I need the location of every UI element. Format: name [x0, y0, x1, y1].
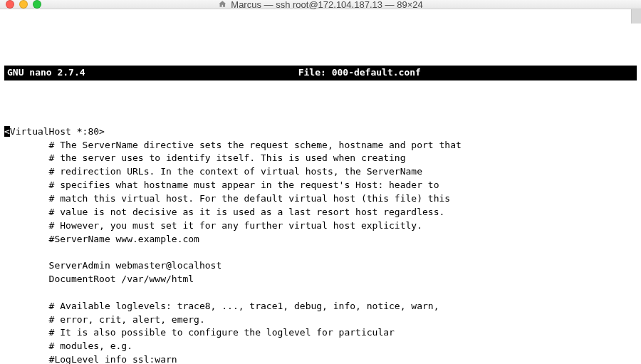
file-line: # match this virtual host. For the defau…: [4, 193, 450, 204]
file-line: # redirection URLs. In the context of vi…: [4, 166, 422, 177]
terminal-window: Marcus — ssh root@172.104.187.13 — 89×24…: [0, 0, 641, 364]
file-line: ServerAdmin webmaster@localhost: [4, 260, 222, 271]
file-line: # It is also possible to configure the l…: [4, 327, 395, 338]
maximize-button[interactable]: [33, 0, 41, 9]
titlebar: Marcus — ssh root@172.104.187.13 — 89×24: [0, 0, 641, 9]
file-line: # error, crit, alert, emerg.: [4, 314, 205, 325]
file-content: <VirtualHost *:80> # The ServerName dire…: [4, 125, 637, 364]
file-line: # value is not decisive as it is used as…: [4, 207, 444, 217]
traffic-lights: [6, 0, 41, 9]
file-line: # specifies what hostname must appear in…: [4, 180, 439, 190]
cursor: <: [4, 126, 10, 137]
file-line: # The ServerName directive sets the requ…: [4, 140, 462, 150]
file-line: # Available loglevels: trace8, ..., trac…: [4, 301, 439, 311]
window-title-text: Marcus — ssh root@172.104.187.13 — 89×24: [231, 0, 422, 10]
minimize-button[interactable]: [19, 0, 28, 9]
file-line: #ServerName www.example.com: [4, 234, 199, 244]
nano-headerbar: GNU nano 2.7.4 File: 000-default.conf: [4, 66, 637, 80]
home-icon: [218, 0, 226, 9]
file-line: # modules, e.g.: [4, 340, 132, 351]
close-button[interactable]: [6, 0, 14, 9]
file-line: VirtualHost *:80>: [10, 126, 105, 137]
scrollbar[interactable]: [631, 9, 641, 24]
file-line: # the server uses to identify itself. Th…: [4, 152, 406, 163]
file-line: #LogLevel info ssl:warn: [4, 354, 177, 364]
window-title: Marcus — ssh root@172.104.187.13 — 89×24: [218, 0, 422, 10]
nano-app-name: GNU nano 2.7.4: [7, 66, 85, 80]
file-line: # However, you must set it for any furth…: [4, 220, 422, 231]
file-line: DocumentRoot /var/www/html: [4, 274, 194, 284]
nano-file-label: File: 000-default.conf: [85, 66, 634, 80]
terminal-area[interactable]: GNU nano 2.7.4 File: 000-default.conf <V…: [0, 9, 641, 364]
